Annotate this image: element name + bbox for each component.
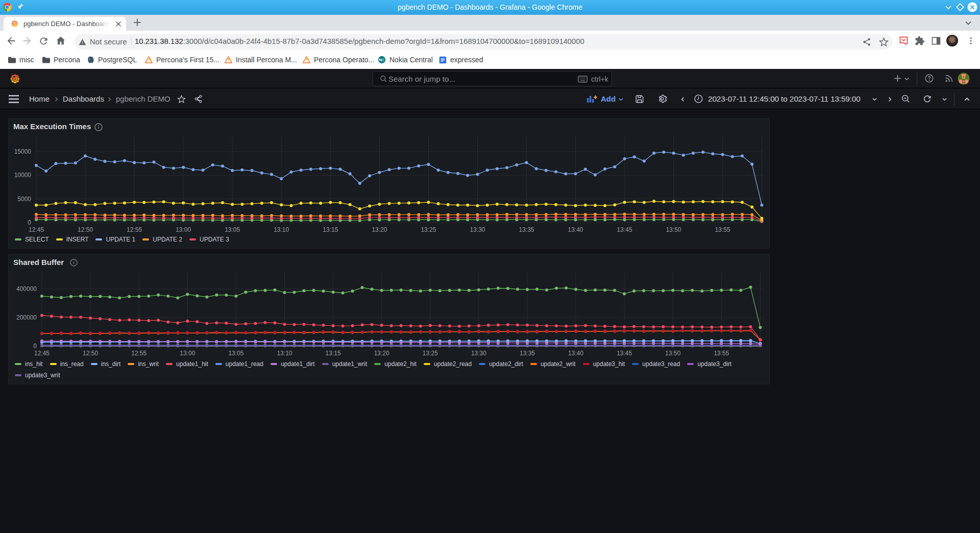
svg-text:13:00: 13:00 <box>180 350 195 357</box>
svg-text:13:10: 13:10 <box>274 226 289 233</box>
svg-text:13:15: 13:15 <box>326 350 341 357</box>
svg-text:13:40: 13:40 <box>568 350 583 357</box>
svg-text:13:55: 13:55 <box>714 350 729 357</box>
svg-text:13:20: 13:20 <box>374 350 389 357</box>
svg-text:5000: 5000 <box>17 196 31 203</box>
svg-text:13:30: 13:30 <box>471 350 486 357</box>
svg-text:13:25: 13:25 <box>423 350 438 357</box>
svg-text:13:05: 13:05 <box>228 350 243 357</box>
svg-text:13:30: 13:30 <box>470 226 485 233</box>
svg-text:13:45: 13:45 <box>617 226 632 233</box>
svg-text:13:20: 13:20 <box>372 226 387 233</box>
svg-text:200000: 200000 <box>16 314 37 321</box>
svg-text:13:45: 13:45 <box>617 350 632 357</box>
svg-text:13:25: 13:25 <box>421 226 436 233</box>
svg-text:13:15: 13:15 <box>323 226 338 233</box>
svg-text:13:50: 13:50 <box>666 226 681 233</box>
svg-text:12:50: 12:50 <box>83 350 98 357</box>
svg-text:13:35: 13:35 <box>519 226 534 233</box>
svg-text:12:55: 12:55 <box>127 226 142 233</box>
svg-text:13:50: 13:50 <box>665 350 680 357</box>
svg-text:12:50: 12:50 <box>78 226 93 233</box>
svg-text:13:55: 13:55 <box>715 226 730 233</box>
svg-text:13:40: 13:40 <box>568 226 583 233</box>
svg-text:15000: 15000 <box>14 148 32 155</box>
svg-text:0: 0 <box>33 343 37 350</box>
svg-text:13:35: 13:35 <box>520 350 535 357</box>
svg-text:12:45: 12:45 <box>34 350 50 357</box>
svg-text:12:55: 12:55 <box>131 350 146 357</box>
svg-text:12:45: 12:45 <box>29 226 44 233</box>
svg-text:13:10: 13:10 <box>277 350 292 357</box>
svg-text:0: 0 <box>28 219 31 226</box>
svg-text:13:05: 13:05 <box>225 226 240 233</box>
svg-text:10000: 10000 <box>14 172 32 179</box>
svg-text:13:00: 13:00 <box>176 226 191 233</box>
svg-text:400000: 400000 <box>16 285 37 293</box>
